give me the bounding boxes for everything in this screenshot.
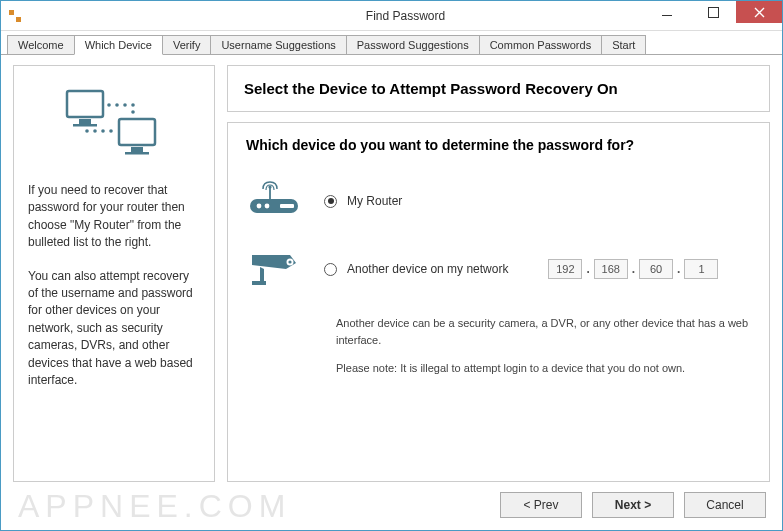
svg-point-13	[109, 129, 113, 133]
question-heading: Which device do you want to determine th…	[246, 137, 751, 153]
content-area: If you need to recover that password for…	[1, 55, 782, 530]
svg-rect-7	[125, 152, 149, 155]
svg-point-15	[93, 129, 97, 133]
svg-rect-1	[16, 17, 21, 22]
note-2: Please note: It is illegal to attempt lo…	[336, 360, 751, 377]
svg-point-10	[123, 103, 127, 107]
camera-icon	[246, 247, 302, 291]
tab-password-suggestions[interactable]: Password Suggestions	[346, 35, 480, 54]
header-box: Select the Device to Attempt Password Re…	[227, 65, 770, 112]
minimize-button[interactable]	[644, 1, 690, 23]
prev-button[interactable]: < Prev	[500, 492, 582, 518]
svg-rect-3	[79, 119, 91, 124]
tab-common-passwords[interactable]: Common Passwords	[479, 35, 602, 54]
ip-dot: .	[677, 262, 680, 276]
next-button[interactable]: Next >	[592, 492, 674, 518]
svg-rect-2	[67, 91, 103, 117]
radio-label: Another device on my network	[347, 262, 508, 276]
sidebar-panel: If you need to recover that password for…	[13, 65, 215, 482]
svg-rect-22	[280, 204, 294, 208]
page-title: Select the Device to Attempt Password Re…	[244, 80, 753, 97]
svg-rect-4	[73, 124, 97, 127]
radio-label: My Router	[347, 194, 402, 208]
app-window: Find Password Welcome Which Device Verif…	[0, 0, 783, 531]
monitors-icon	[28, 80, 200, 170]
router-icon	[246, 179, 302, 223]
svg-point-18	[268, 185, 271, 188]
ip-octet-1[interactable]: 192	[548, 259, 582, 279]
radio-dot-icon	[324, 195, 337, 208]
ip-dot: .	[586, 262, 589, 276]
ip-input-group: 192 . 168 . 60 . 1	[548, 259, 718, 279]
option-another-device: Another device on my network 192 . 168 .…	[246, 247, 751, 291]
panels: If you need to recover that password for…	[13, 65, 770, 482]
ip-octet-2[interactable]: 168	[594, 259, 628, 279]
app-icon	[7, 8, 23, 24]
tab-verify[interactable]: Verify	[162, 35, 212, 54]
sidebar-para2: You can also attempt recovery of the use…	[28, 268, 200, 390]
svg-point-9	[115, 103, 119, 107]
close-button[interactable]	[736, 1, 782, 23]
svg-point-12	[131, 110, 135, 114]
tab-bar: Welcome Which Device Verify Username Sug…	[1, 31, 782, 55]
svg-point-16	[85, 129, 89, 133]
radio-another-device[interactable]: Another device on my network	[324, 262, 508, 276]
main-box: Which device do you want to determine th…	[227, 122, 770, 482]
sidebar-para1: If you need to recover that password for…	[28, 182, 200, 252]
svg-rect-6	[131, 147, 143, 152]
radio-dot-icon	[324, 263, 337, 276]
titlebar: Find Password	[1, 1, 782, 31]
svg-point-24	[288, 260, 291, 263]
maximize-button[interactable]	[690, 1, 736, 23]
radio-my-router[interactable]: My Router	[324, 194, 402, 208]
svg-point-21	[265, 204, 270, 209]
ip-octet-3[interactable]: 60	[639, 259, 673, 279]
svg-rect-0	[9, 10, 14, 15]
right-column: Select the Device to Attempt Password Re…	[227, 65, 770, 482]
svg-rect-5	[119, 119, 155, 145]
svg-point-20	[257, 204, 262, 209]
window-controls	[644, 1, 782, 30]
tab-which-device[interactable]: Which Device	[74, 35, 163, 55]
option-my-router: My Router	[246, 179, 751, 223]
ip-octet-4[interactable]: 1	[684, 259, 718, 279]
note-1: Another device can be a security camera,…	[336, 315, 751, 348]
footer-buttons: < Prev Next > Cancel	[13, 482, 770, 522]
ip-dot: .	[632, 262, 635, 276]
svg-point-8	[107, 103, 111, 107]
svg-point-14	[101, 129, 105, 133]
tab-start[interactable]: Start	[601, 35, 646, 54]
sidebar-text: If you need to recover that password for…	[28, 182, 200, 405]
tab-username-suggestions[interactable]: Username Suggestions	[210, 35, 346, 54]
svg-point-11	[131, 103, 135, 107]
tab-welcome[interactable]: Welcome	[7, 35, 75, 54]
cancel-button[interactable]: Cancel	[684, 492, 766, 518]
notes: Another device can be a security camera,…	[336, 315, 751, 377]
